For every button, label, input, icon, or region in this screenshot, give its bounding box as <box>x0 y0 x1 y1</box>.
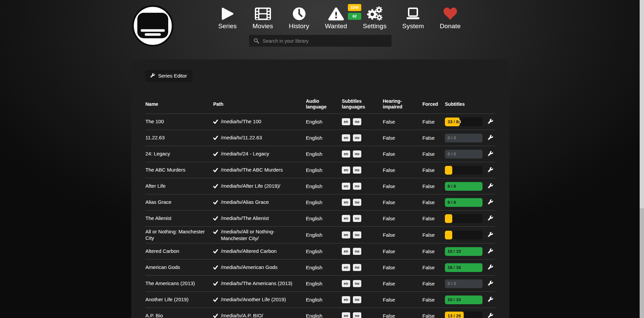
wrench-icon[interactable] <box>488 183 493 189</box>
row-actions <box>485 216 495 222</box>
wanted-movies-count-badge: 62 <box>348 13 361 20</box>
series-editor-button[interactable]: Series Editor <box>145 70 192 81</box>
audio-language: English <box>306 313 342 318</box>
check-icon <box>213 313 218 318</box>
series-name-link[interactable]: Another Life (2019) <box>145 297 213 303</box>
search-icon <box>254 38 259 45</box>
check-icon <box>213 151 218 158</box>
scrollbar-track[interactable] <box>640 0 644 318</box>
series-name-link[interactable]: A.P. Bio <box>145 313 213 318</box>
hearing-impaired-value: False <box>383 232 422 238</box>
wrench-icon[interactable] <box>488 135 493 141</box>
series-path-cell: /media/tv/All or Nothing- Manchester Cit… <box>213 228 306 241</box>
language-badge: no <box>353 264 361 271</box>
series-name-link[interactable]: After Life <box>145 183 213 189</box>
wrench-icon[interactable] <box>488 313 493 318</box>
header-path: Path <box>213 101 306 107</box>
wrench-icon[interactable] <box>488 248 493 255</box>
series-path: /media/tv/All or Nothing- Manchester Cit… <box>221 228 301 241</box>
row-actions <box>485 183 495 189</box>
series-name-link[interactable]: 24: Legacy <box>145 151 213 157</box>
series-name-link[interactable]: Alias Grace <box>145 199 213 206</box>
forced-value: False <box>422 297 445 303</box>
series-name-link[interactable]: The ABC Murders <box>145 167 213 173</box>
series-name-link[interactable]: Altered Carbon <box>145 248 213 255</box>
nav-item-system[interactable]: System <box>402 6 424 30</box>
language-badge: en <box>342 183 350 190</box>
subtitles-cell: 33 / 84 33 / 84 <box>445 118 485 126</box>
check-icon <box>213 135 218 142</box>
nav-item-donate[interactable]: Donate <box>440 6 461 30</box>
row-actions <box>485 151 495 157</box>
nav-label: Series <box>218 22 237 30</box>
table-row: The 100 /media/tv/The 100 English enno F… <box>145 113 495 130</box>
language-badge: en <box>342 231 350 238</box>
hearing-impaired-value: False <box>383 151 422 157</box>
hearing-impaired-value: False <box>383 216 422 221</box>
language-badge: no <box>353 167 361 174</box>
subtitles-progress-bar <box>445 231 482 239</box>
audio-language: English <box>306 119 342 125</box>
nav-item-history[interactable]: History <box>289 6 309 30</box>
subtitles-languages: enno <box>342 134 383 141</box>
forced-value: False <box>422 232 445 238</box>
series-name-link[interactable]: The 100 <box>145 119 213 125</box>
forced-value: False <box>422 199 445 205</box>
subtitles-cell <box>445 214 485 223</box>
nav-label: Wanted <box>325 22 347 30</box>
nav-item-settings[interactable]: Settings <box>363 6 386 30</box>
series-name-link[interactable]: The Alienist <box>145 215 213 222</box>
wrench-icon[interactable] <box>488 119 493 125</box>
header-audio-language: Audio language <box>306 98 342 110</box>
series-path: /media/tv/11.22.63 <box>221 134 262 141</box>
nav-item-series[interactable]: Series <box>218 6 237 30</box>
forced-value: False <box>422 183 445 189</box>
series-name-link[interactable]: 11.22.63 <box>145 135 213 141</box>
wrench-icon[interactable] <box>488 216 493 222</box>
wrench-icon[interactable] <box>488 265 493 271</box>
row-actions <box>485 119 495 125</box>
subtitles-cell <box>445 166 485 175</box>
wrench-icon[interactable] <box>488 281 493 287</box>
wrench-icon[interactable] <box>488 199 493 206</box>
search-input[interactable] <box>249 35 392 47</box>
series-path: /media/tv/Alias Grace <box>221 199 269 206</box>
wrench-icon[interactable] <box>488 151 493 157</box>
row-actions <box>485 167 495 173</box>
main-navigation: Series <box>0 6 644 30</box>
audio-language: English <box>306 265 342 270</box>
nav-item-movies[interactable]: Movies <box>252 6 273 30</box>
subtitles-progress-bar <box>445 166 482 175</box>
wrench-icon[interactable] <box>488 297 493 303</box>
table-row: The ABC Murders /media/tv/The ABC Murder… <box>145 162 495 178</box>
language-badge: en <box>342 118 350 125</box>
nav-item-wanted[interactable]: Wanted 2246 62 <box>325 6 347 30</box>
page-background: Series <box>0 0 644 318</box>
scrollbar-thumb[interactable] <box>640 0 644 208</box>
check-icon <box>213 167 218 174</box>
language-badge: no <box>353 215 361 222</box>
row-actions <box>485 199 495 206</box>
subtitles-languages: enno <box>342 280 383 287</box>
wrench-icon[interactable] <box>488 232 493 238</box>
language-badge: no <box>353 231 361 238</box>
row-actions <box>485 265 495 271</box>
hearing-impaired-value: False <box>383 265 422 270</box>
language-badge: no <box>353 296 361 303</box>
row-actions <box>485 248 495 255</box>
language-badge: no <box>353 312 361 318</box>
audio-language: English <box>306 199 342 205</box>
series-path-cell: /media/tv/The Americans (2013) <box>213 280 306 287</box>
series-name-link[interactable]: American Gods <box>145 264 213 271</box>
row-actions <box>485 135 495 141</box>
series-path: /media/tv/The 100 <box>221 118 261 125</box>
language-badge: no <box>353 150 361 157</box>
nav-label: Movies <box>252 22 273 30</box>
wrench-icon[interactable] <box>488 167 493 173</box>
series-name-link[interactable]: The Americans (2013) <box>145 280 213 287</box>
clock-icon <box>292 6 306 21</box>
check-icon <box>213 119 218 126</box>
table-row: Alias Grace /media/tv/Alias Grace Englis… <box>145 194 495 210</box>
language-badge: en <box>342 280 350 287</box>
series-name-link[interactable]: All or Nothing: Manchester City <box>145 229 213 241</box>
